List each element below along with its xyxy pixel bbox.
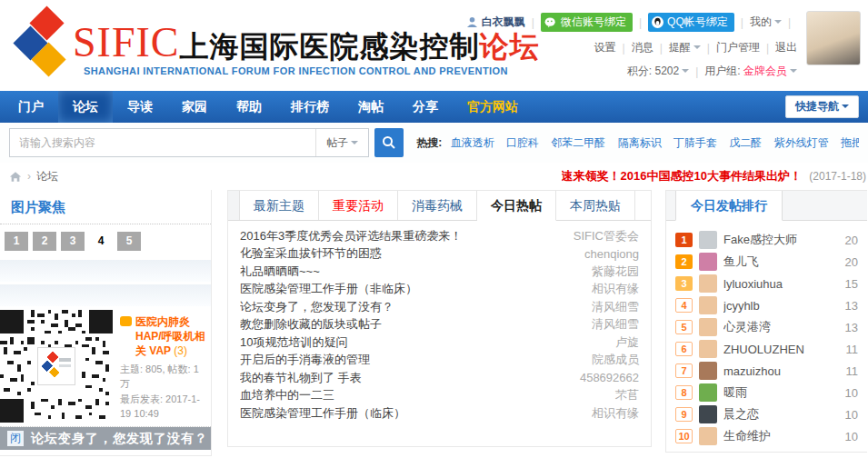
member-name[interactable]: 生命维护: [723, 428, 840, 444]
member-avatar[interactable]: [699, 427, 717, 445]
ticker-close-button[interactable]: 闭: [7, 431, 24, 446]
breadcrumb-forum[interactable]: 论坛: [36, 169, 58, 184]
thread-title[interactable]: 血培养中的一二三: [240, 387, 604, 403]
hot-search-link[interactable]: 邻苯二甲醛: [551, 136, 605, 149]
nav-item-home[interactable]: 家园: [167, 91, 222, 123]
pager-button-4[interactable]: 4: [89, 232, 113, 251]
pager-button-5[interactable]: 5: [117, 232, 141, 251]
thread-author[interactable]: 卢旋: [615, 334, 639, 351]
member-avatar[interactable]: [699, 253, 717, 271]
hot-search-link[interactable]: 拖把: [841, 136, 859, 149]
tab-latest-topics[interactable]: 最新主题: [240, 191, 319, 220]
member-name[interactable]: 心灵港湾: [723, 319, 840, 335]
thread-title[interactable]: 2016年3季度优秀会员评选结果重磅袭来！: [240, 228, 563, 244]
member-name[interactable]: lyluoxiuhua: [723, 277, 840, 291]
thread-author[interactable]: 相识有缘: [592, 281, 639, 297]
member-avatar[interactable]: [699, 383, 717, 402]
thread-row: 2016年3季度优秀会员评选结果重磅袭来！SIFIC管委会: [240, 227, 639, 245]
tab-today-hot[interactable]: 今日热帖: [477, 191, 556, 221]
search-button[interactable]: [374, 128, 404, 157]
thread-author[interactable]: 院感成员: [592, 352, 639, 368]
member-name[interactable]: mazuizhou: [723, 364, 841, 378]
thread-title[interactable]: 医院感染管理工作手册（非临床）: [240, 281, 581, 297]
thread-title[interactable]: 论坛变身了，您发现了没有？: [240, 299, 581, 315]
nav-item-share[interactable]: 分享: [398, 91, 453, 123]
settings-link[interactable]: 设置: [594, 40, 616, 55]
tab-important-events[interactable]: 重要活动: [319, 191, 398, 220]
thread-author[interactable]: 清风细雪: [592, 316, 639, 333]
home-icon[interactable]: [9, 171, 22, 183]
post-count: 11: [846, 364, 859, 378]
pager-button-3[interactable]: 3: [61, 232, 85, 251]
thread-title[interactable]: 我的春节礼物到了 手表: [240, 370, 569, 386]
tab-disinfection[interactable]: 消毒药械: [398, 191, 477, 220]
nav-item-forum[interactable]: 论坛: [58, 91, 113, 123]
logout-link[interactable]: 退出: [775, 40, 797, 55]
nav-item-help[interactable]: 帮助: [222, 91, 276, 123]
thread-author[interactable]: 紫藤花园: [592, 264, 639, 280]
member-name[interactable]: 暖雨: [723, 384, 840, 401]
hot-search-link[interactable]: 戊二醛: [729, 136, 762, 149]
search-type-select[interactable]: 帖子: [315, 129, 368, 156]
site-logo[interactable]: SIFIC上海国际医院感染控制论坛 SHANGHAI INTERNATIONAL…: [7, 4, 516, 87]
member-avatar[interactable]: [699, 296, 717, 314]
member-name[interactable]: ZHUOLUZHEN: [723, 343, 841, 356]
ticker-text[interactable]: 论坛变身了，您发现了没有？: [31, 431, 208, 447]
thread-author[interactable]: chenqiong: [584, 247, 639, 261]
hot-search-link[interactable]: 丁腈手套: [673, 136, 717, 149]
username-link[interactable]: 白衣飘飘: [466, 15, 525, 30]
nav-item-official-site[interactable]: 官方网站: [453, 91, 533, 123]
messages-link[interactable]: 消息: [632, 40, 653, 55]
wechat-icon: [544, 17, 557, 28]
my-menu[interactable]: 我的: [750, 15, 782, 30]
member-name[interactable]: Fake感控大师: [723, 232, 840, 248]
member-avatar[interactable]: [699, 274, 717, 293]
member-avatar[interactable]: [699, 362, 717, 380]
tab-today-ranking[interactable]: 今日发帖排行: [675, 191, 783, 221]
thread-title[interactable]: 化验室采血拔针环节的困惑: [240, 245, 574, 262]
member-avatar[interactable]: [699, 231, 717, 249]
hot-search-link[interactable]: 隔离标识: [618, 136, 662, 149]
thread-author[interactable]: 芣苢: [615, 387, 639, 403]
member-avatar[interactable]: [699, 340, 717, 358]
thread-title[interactable]: 10项规范培训的疑问: [240, 334, 604, 351]
nav-item-ranking[interactable]: 排行榜: [276, 91, 344, 123]
pager-button-2[interactable]: 2: [33, 232, 56, 251]
nav-item-taotie[interactable]: 淘帖: [344, 91, 398, 123]
member-avatar[interactable]: [699, 405, 717, 423]
thread-author[interactable]: 458692662: [580, 371, 639, 384]
thread-title[interactable]: 医院感染管理工作手册（临床）: [240, 405, 581, 422]
portal-admin-link[interactable]: 门户管理: [716, 40, 760, 55]
tab-week-hot[interactable]: 本周热贴: [556, 191, 635, 220]
search-input[interactable]: [10, 129, 315, 156]
thread-title[interactable]: 开启后的手消毒液的管理: [240, 352, 581, 368]
thread-title[interactable]: 教您删除收藏的版块或帖子: [240, 316, 581, 333]
member-name[interactable]: 鱼儿飞: [723, 254, 840, 270]
announcement-link[interactable]: 速来领奖！2016中国感控10大事件结果出炉！: [562, 169, 802, 183]
member-name[interactable]: 晨之恋: [723, 406, 840, 423]
wechat-bind-button[interactable]: 微信账号绑定: [541, 13, 633, 32]
usergroup-menu[interactable]: 用户组: 金牌会员: [704, 64, 797, 79]
user-avatar[interactable]: [806, 11, 861, 65]
quick-nav-button[interactable]: 快捷导航: [785, 95, 859, 118]
points-menu[interactable]: 积分: 5202: [627, 64, 689, 79]
post-count: 15: [845, 277, 858, 291]
reminders-link[interactable]: 提醒: [669, 40, 701, 55]
thread-author[interactable]: SIFIC管委会: [574, 228, 639, 244]
hot-search-link[interactable]: 血液透析: [451, 136, 494, 149]
member-name[interactable]: jcyyhlb: [723, 299, 840, 313]
hot-search-link[interactable]: 紫外线灯管: [774, 136, 829, 149]
thread-author[interactable]: 相识有缘: [592, 405, 639, 422]
ranking-row: 2鱼儿飞20: [675, 251, 858, 273]
forum-link[interactable]: 医院内肺炎HAP/呼吸机相关 VAP (3): [135, 314, 205, 359]
qq-bind-button[interactable]: QQ帐号绑定: [648, 13, 734, 32]
nav-item-guide[interactable]: 导读: [113, 91, 167, 123]
chevron-down-icon: [842, 105, 849, 112]
thread-author[interactable]: 清风细雪: [592, 299, 639, 315]
member-avatar[interactable]: [699, 318, 717, 336]
rank-badge: 6: [675, 342, 693, 356]
thread-title[interactable]: 礼品晒晒晒~~~: [240, 264, 581, 280]
nav-item-portal[interactable]: 门户: [4, 91, 58, 123]
pager-button-1[interactable]: 1: [5, 232, 28, 251]
hot-search-link[interactable]: 口腔科: [506, 136, 539, 149]
